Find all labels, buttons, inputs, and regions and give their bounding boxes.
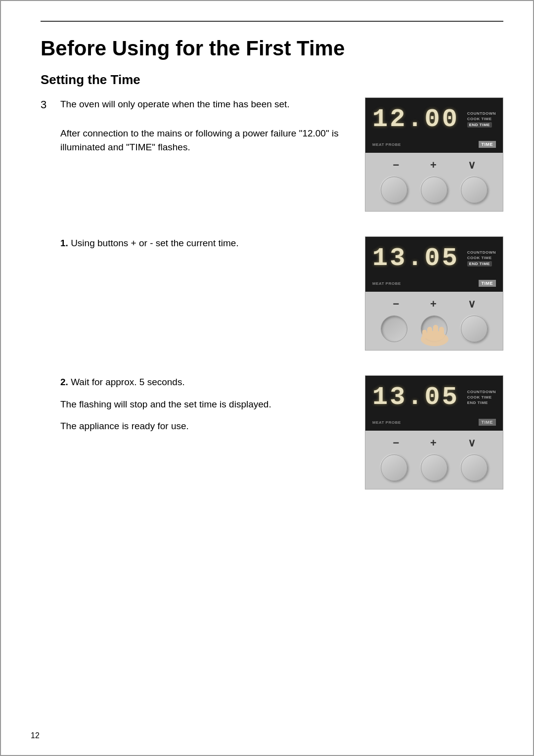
step-2-block: 2. Wait for approx. 5 seconds. The flash… <box>41 375 503 489</box>
cook-time-label-2: COOK TIME <box>467 256 492 260</box>
oven-display-bottom-3: MEAT PROBE TIME <box>365 417 503 431</box>
section-title: Setting the Time <box>41 72 503 88</box>
end-time-label-2: END TIME <box>467 261 492 267</box>
top-border <box>41 21 503 22</box>
svg-rect-4 <box>439 327 444 338</box>
minus-symbol-2: − <box>393 298 399 311</box>
check-symbol-1: ∨ <box>468 159 476 172</box>
oven-display-bottom-1: MEAT PROBE TIME <box>365 139 503 153</box>
controls-buttons-1 <box>372 177 496 203</box>
end-time-label-1: END TIME <box>467 122 492 128</box>
time-badge-1: TIME <box>479 141 496 148</box>
oven-time-1: 12.00 <box>372 105 462 134</box>
time-badge-2: TIME <box>479 280 496 287</box>
step-3-image: 12.00 COUNTDOWN COOK TIME END TIME MEAT … <box>365 97 503 212</box>
step-1-block: 1. Using buttons + or - set the current … <box>41 236 503 351</box>
page-title: Before Using for the First Time <box>41 37 503 60</box>
oven-time-2: 13.05 <box>372 244 462 273</box>
step-3-main-text: The oven will only operate when the time… <box>60 97 345 112</box>
oven-labels-1: COUNTDOWN COOK TIME END TIME <box>467 111 496 128</box>
oven-time-3: 13.05 <box>372 383 462 412</box>
cook-time-label-3: COOK TIME <box>467 395 492 400</box>
step-3-text: The oven will only operate when the time… <box>60 97 345 161</box>
step-1-text: 1. Using buttons + or - set the current … <box>60 236 345 257</box>
control-btn-check-3[interactable] <box>461 454 488 481</box>
controls-buttons-2 <box>372 315 496 342</box>
step-1-number-label: 1. <box>60 238 68 248</box>
minus-symbol-1: − <box>393 159 399 172</box>
plus-symbol-1: + <box>430 159 437 172</box>
control-btn-check-2[interactable] <box>461 315 488 342</box>
time-badge-3: TIME <box>479 419 496 426</box>
oven-labels-3: COUNTDOWN COOK TIME END TIME <box>467 390 496 405</box>
oven-controls-1: − + ∨ <box>365 153 503 211</box>
step-2-number <box>41 375 60 376</box>
step-3-number: 3 <box>41 97 60 111</box>
plus-symbol-2: + <box>430 298 437 311</box>
control-btn-minus-3[interactable] <box>381 454 407 481</box>
step-2-sub-text1: The flashing will stop and the set time … <box>60 398 345 412</box>
step-2-number-label: 2. <box>60 377 68 387</box>
minus-symbol-3: − <box>393 437 399 449</box>
control-btn-minus-1[interactable] <box>381 177 407 203</box>
countdown-label-3: COUNTDOWN <box>467 390 496 394</box>
check-symbol-2: ∨ <box>468 298 476 311</box>
oven-controls-3: − + ∨ <box>365 431 503 489</box>
controls-symbols-3: − + ∨ <box>372 437 496 449</box>
countdown-label-1: COUNTDOWN <box>467 111 496 116</box>
oven-panel-3: 13.05 COUNTDOWN COOK TIME END TIME MEAT … <box>365 375 503 489</box>
check-symbol-3: ∨ <box>468 437 476 449</box>
oven-display-top-3: 13.05 COUNTDOWN COOK TIME END TIME <box>365 376 503 417</box>
step-2-wait-text: Wait for approx. 5 seconds. <box>71 377 185 387</box>
step-1-label: 1. Using buttons + or - set the current … <box>60 236 345 251</box>
step-3-block: 3 The oven will only operate when the ti… <box>41 97 503 212</box>
oven-labels-2: COUNTDOWN COOK TIME END TIME <box>467 250 496 267</box>
step-1-content: 1. Using buttons + or - set the current … <box>60 236 503 351</box>
page-number: 12 <box>31 731 40 740</box>
countdown-label-2: COUNTDOWN <box>467 250 496 255</box>
oven-display-top-1: 12.00 COUNTDOWN COOK TIME END TIME <box>365 98 503 139</box>
step-2-content: 2. Wait for approx. 5 seconds. The flash… <box>60 375 503 489</box>
oven-display-bottom-2: MEAT PROBE TIME <box>365 278 503 292</box>
svg-rect-2 <box>427 327 432 338</box>
plus-symbol-3: + <box>430 437 437 449</box>
control-btn-plus-3[interactable] <box>421 454 447 481</box>
oven-panel-1: 12.00 COUNTDOWN COOK TIME END TIME MEAT … <box>365 97 503 212</box>
step-2-text: 2. Wait for approx. 5 seconds. The flash… <box>60 375 345 440</box>
svg-rect-3 <box>433 325 438 338</box>
step-1-number <box>41 236 60 237</box>
step-3-content: The oven will only operate when the time… <box>60 97 503 212</box>
meat-probe-label-1: MEAT PROBE <box>372 142 401 147</box>
control-btn-plus-1[interactable] <box>421 177 447 203</box>
oven-controls-2: − + ∨ <box>365 292 503 350</box>
oven-display-top-2: 13.05 COUNTDOWN COOK TIME END TIME <box>365 237 503 278</box>
step-2-main-text: 2. Wait for approx. 5 seconds. <box>60 375 345 390</box>
meat-probe-label-2: MEAT PROBE <box>372 281 401 286</box>
oven-panel-2: 13.05 COUNTDOWN COOK TIME END TIME MEAT … <box>365 236 503 351</box>
controls-symbols-2: − + ∨ <box>372 298 496 311</box>
control-btn-plus-2[interactable] <box>421 315 447 342</box>
control-btn-check-1[interactable] <box>461 177 488 203</box>
meat-probe-label-3: MEAT PROBE <box>372 420 401 425</box>
end-time-label-3: END TIME <box>467 400 488 405</box>
step-1-desc: Using buttons + or - set the current tim… <box>71 238 239 248</box>
step-2-image: 13.05 COUNTDOWN COOK TIME END TIME MEAT … <box>365 375 503 489</box>
step-3-sub-text: After connection to the mains or followi… <box>60 127 345 155</box>
control-btn-minus-2[interactable] <box>381 315 407 342</box>
controls-symbols-1: − + ∨ <box>372 159 496 172</box>
controls-buttons-3 <box>372 454 496 481</box>
hand-icon <box>417 317 452 347</box>
step-2-sub-text2: The appliance is ready for use. <box>60 419 345 434</box>
step-1-image: 13.05 COUNTDOWN COOK TIME END TIME MEAT … <box>365 236 503 351</box>
cook-time-label-1: COOK TIME <box>467 117 492 121</box>
svg-rect-5 <box>422 330 427 339</box>
